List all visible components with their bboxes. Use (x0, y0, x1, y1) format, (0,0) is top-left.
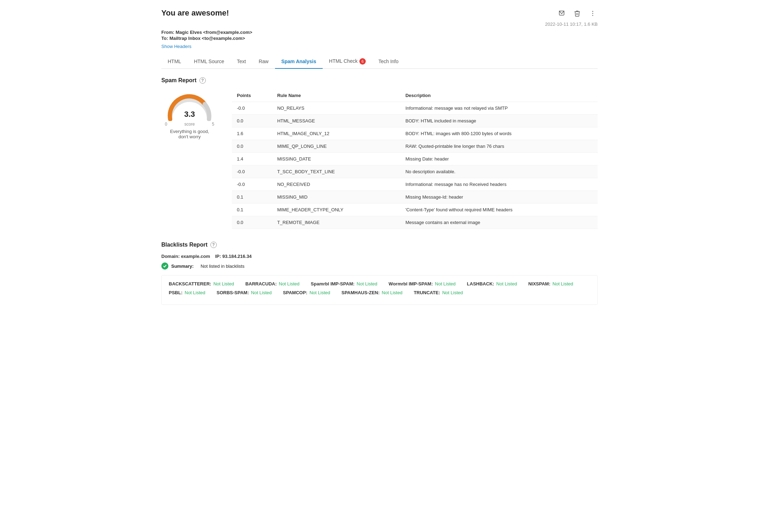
cell-rule: HTML_MESSAGE (272, 115, 400, 127)
table-row: 0.1MIME_HEADER_CTYPE_ONLY'Content-Type' … (232, 204, 598, 216)
domain-ip-line: Domain: example.com IP: 93.184.216.34 (161, 254, 598, 259)
tab-html-source[interactable]: HTML Source (187, 55, 231, 69)
list-item: SORBS-SPAM:Not Listed (217, 290, 272, 295)
blacklist-grid: BACKSCATTERER:Not ListedBARRACUDA:Not Li… (161, 275, 598, 305)
cell-points: 0.1 (232, 191, 272, 204)
more-button[interactable] (588, 8, 598, 20)
blacklist-label: SORBS-SPAM: (217, 290, 249, 295)
table-row: -0.0NO_RECEIVEDInformational: message ha… (232, 178, 598, 191)
svg-text:3.3: 3.3 (184, 110, 195, 119)
blacklists-help-icon[interactable]: ? (210, 242, 217, 248)
forward-button[interactable] (557, 8, 567, 20)
cell-points: 0.0 (232, 216, 272, 229)
cell-desc: Message contains an external image (400, 216, 598, 229)
cell-points: 0.0 (232, 140, 272, 153)
cell-points: -0.0 (232, 102, 272, 115)
cell-points: 1.6 (232, 127, 272, 140)
cell-rule: NO_RELAYS (272, 102, 400, 115)
list-item: PSBL:Not Listed (169, 290, 205, 295)
email-title: You are awesome! (161, 8, 229, 18)
spam-gauge: 3.3 0 score 5 Everything is good, don't … (161, 89, 218, 139)
cell-desc: Informational: message has no Received h… (400, 178, 598, 191)
cell-desc: No description available. (400, 165, 598, 178)
col-points: Points (232, 89, 272, 102)
col-rule: Rule Name (272, 89, 400, 102)
blacklist-label: SPAMHAUS-ZEN: (341, 290, 380, 295)
svg-point-0 (592, 11, 593, 12)
tab-html-check[interactable]: HTML Check6 (323, 55, 372, 69)
cell-rule: MISSING_MID (272, 191, 400, 204)
blacklist-value: Not Listed (552, 281, 573, 286)
spam-report-title: Spam Report (161, 77, 197, 84)
cell-rule: NO_RECEIVED (272, 178, 400, 191)
cell-rule: MIME_HEADER_CTYPE_ONLY (272, 204, 400, 216)
tab-html[interactable]: HTML (161, 55, 187, 69)
summary-line: Summary: Not listed in blacklists (161, 262, 598, 270)
cell-points: 0.0 (232, 115, 272, 127)
svg-point-2 (592, 15, 593, 16)
blacklist-value: Not Listed (496, 281, 517, 286)
blacklist-label: PSBL: (169, 290, 183, 295)
blacklist-label: SPAMCOP: (283, 290, 307, 295)
list-item: SPAMCOP:Not Listed (283, 290, 330, 295)
tab-text[interactable]: Text (231, 55, 252, 69)
list-item: BACKSCATTERER:Not Listed (169, 281, 234, 286)
cell-desc: BODY: HTML included in message (400, 115, 598, 127)
spam-table: Points Rule Name Description -0.0NO_RELA… (232, 89, 598, 229)
blacklist-value: Not Listed (382, 290, 402, 295)
delete-button[interactable] (572, 8, 582, 20)
check-circle-icon (161, 262, 168, 270)
cell-desc: BODY: HTML: images with 800-1200 bytes o… (400, 127, 598, 140)
show-headers-link[interactable]: Show Headers (161, 44, 191, 49)
html-check-badge: 6 (359, 58, 366, 65)
blacklist-value: Not Listed (442, 290, 463, 295)
cell-points: -0.0 (232, 165, 272, 178)
list-item: NIXSPAM:Not Listed (528, 281, 573, 286)
cell-desc: Missing Message-Id: header (400, 191, 598, 204)
tab-raw[interactable]: Raw (252, 55, 275, 69)
blacklists-title: Blacklists Report (161, 242, 208, 248)
blacklist-label: Spamrbl IMP-SPAM: (311, 281, 354, 286)
cell-desc: Informational: message was not relayed v… (400, 102, 598, 115)
blacklist-value: Not Listed (279, 281, 300, 286)
svg-point-1 (592, 13, 593, 14)
gauge-max: 5 (212, 122, 214, 127)
list-item: TRUNCATE:Not Listed (414, 290, 463, 295)
spam-report-help-icon[interactable]: ? (199, 77, 206, 84)
gauge-message: Everything is good, don't worry (165, 129, 214, 139)
blacklist-label: BACKSCATTERER: (169, 281, 211, 286)
blacklists-section: Blacklists Report ? Domain: example.com … (161, 242, 598, 305)
email-date-size: 2022-10-11 10:17, 1.6 KB (545, 22, 598, 27)
blacklist-label: TRUNCATE: (414, 290, 440, 295)
list-item: LASHBACK:Not Listed (467, 281, 517, 286)
cell-rule: HTML_IMAGE_ONLY_12 (272, 127, 400, 140)
blacklist-label: NIXSPAM: (528, 281, 550, 286)
blacklist-value: Not Listed (310, 290, 330, 295)
cell-rule: T_REMOTE_IMAGE (272, 216, 400, 229)
table-row: 0.0MIME_QP_LONG_LINERAW: Quoted-printabl… (232, 140, 598, 153)
list-item: BARRACUDA:Not Listed (245, 281, 299, 286)
gauge-min: 0 (165, 122, 167, 127)
to-line: To: Mailtrap Inbox <to@example.com> (161, 36, 598, 41)
blacklist-label: Wormrbl IMP-SPAM: (389, 281, 433, 286)
gauge-score-label: score (184, 122, 195, 127)
table-row: 0.0T_REMOTE_IMAGEMessage contains an ext… (232, 216, 598, 229)
spam-report-section: Spam Report ? 3.3 0 score (161, 77, 598, 229)
cell-points: -0.0 (232, 178, 272, 191)
cell-points: 1.4 (232, 153, 272, 165)
table-row: 0.0HTML_MESSAGEBODY: HTML included in me… (232, 115, 598, 127)
blacklist-value: Not Listed (251, 290, 272, 295)
tab-spam-analysis[interactable]: Spam Analysis (275, 55, 323, 69)
tab-tech-info[interactable]: Tech Info (372, 55, 405, 69)
list-item: Wormrbl IMP-SPAM:Not Listed (389, 281, 456, 286)
blacklist-value: Not Listed (435, 281, 456, 286)
cell-desc: Missing Date: header (400, 153, 598, 165)
from-line: From: Magic Elves <from@example.com> (161, 30, 598, 35)
table-row: 1.4MISSING_DATEMissing Date: header (232, 153, 598, 165)
col-desc: Description (400, 89, 598, 102)
table-row: 0.1MISSING_MIDMissing Message-Id: header (232, 191, 598, 204)
cell-points: 0.1 (232, 204, 272, 216)
cell-desc: RAW: Quoted-printable line longer than 7… (400, 140, 598, 153)
blacklist-label: BARRACUDA: (245, 281, 277, 286)
table-row: -0.0T_SCC_BODY_TEXT_LINENo description a… (232, 165, 598, 178)
